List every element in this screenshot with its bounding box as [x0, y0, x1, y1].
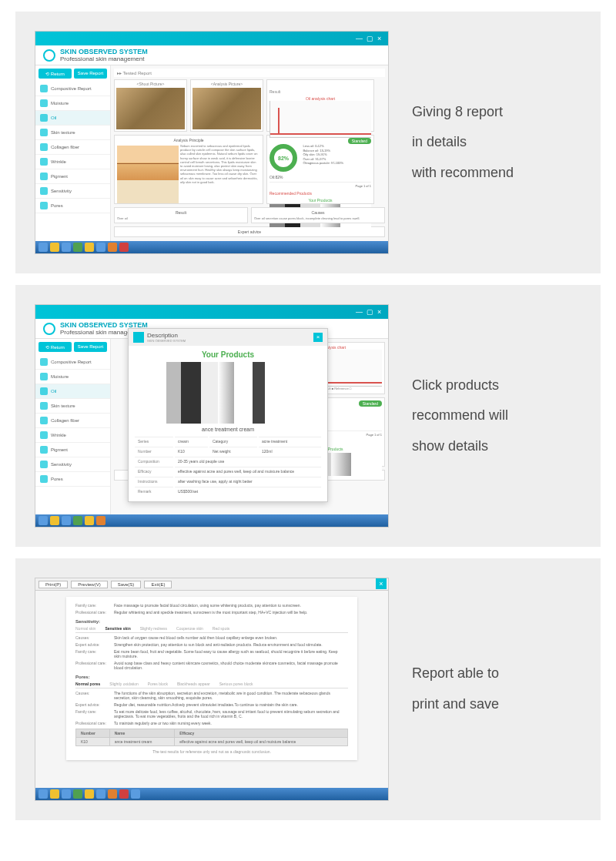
save-button[interactable]: Save(S)	[111, 581, 142, 588]
save-report-button[interactable]: Save Report	[74, 342, 107, 352]
task-icon[interactable]	[50, 516, 59, 525]
task-icon[interactable]	[85, 243, 94, 252]
analysis-picture-box: <Analysis Picture>	[190, 79, 263, 132]
start-icon[interactable]	[38, 243, 48, 252]
task-icon[interactable]	[119, 243, 129, 252]
cube-icon	[133, 332, 144, 343]
product-details-table: SeriescreamCategoryacne treatment Number…	[133, 435, 323, 497]
save-report-button[interactable]: Save Report	[74, 69, 107, 79]
main-content: ▸▸ Tested Report <Shoot Picture> <Analys…	[111, 65, 388, 243]
sidebar-item-wrinkle[interactable]: Wrinkle	[35, 428, 110, 443]
caption-3: Report able to print and save	[412, 658, 581, 719]
product-name: ance treatment cream	[133, 427, 323, 432]
pores-heading: Pores:	[75, 675, 348, 679]
sidebar-item-texture[interactable]: Skin texture	[35, 399, 110, 414]
taskbar[interactable]	[35, 241, 388, 253]
sidebar-item-compositive[interactable]: Compositive Report	[35, 355, 110, 370]
sidebar-item-sensitivity[interactable]: Sensitivity	[35, 184, 110, 199]
sidebar-item-compositive[interactable]: Compositive Report	[35, 82, 110, 96]
sidebar-item-moisture[interactable]: Moisture	[35, 96, 110, 111]
task-icon[interactable]	[96, 243, 105, 252]
taskbar[interactable]	[35, 788, 388, 800]
sidebar-item-texture[interactable]: Skin texture	[35, 126, 110, 140]
return-button[interactable]: ⟲ Return	[38, 69, 72, 79]
start-icon[interactable]	[38, 516, 48, 525]
sidebar-item-oil[interactable]: Oil	[35, 111, 110, 126]
sidebar: ⟲ Return Save Report Compositive Report …	[35, 65, 111, 243]
task-icon[interactable]	[108, 789, 117, 799]
panel-2: — ▢ × SKIN OBSERVED SYSTEM Professional …	[15, 285, 601, 547]
standard-badge: Standard	[348, 138, 371, 144]
start-icon[interactable]	[38, 789, 48, 799]
wave-icon	[40, 431, 48, 439]
print-document-area[interactable]: Family care:Face massage to promote faci…	[35, 591, 388, 789]
task-icon[interactable]	[131, 789, 140, 799]
maximize-icon[interactable]: ▢	[367, 308, 374, 316]
maximize-icon[interactable]: ▢	[367, 35, 374, 42]
dots-icon	[40, 446, 48, 454]
causes-cell: Causes Over oil secretion cause pores bl…	[251, 207, 385, 223]
close-icon[interactable]: ×	[377, 35, 385, 42]
fiber-icon	[40, 143, 48, 151]
sidebar-item-sensitivity[interactable]: Sensitivity	[35, 457, 110, 472]
grid-icon	[40, 402, 48, 410]
print-toolbar: Print(P) Preview(V) Save(S) Exit(E) ×	[35, 578, 388, 591]
print-button[interactable]: Print(P)	[38, 581, 68, 588]
close-icon[interactable]: ×	[376, 578, 387, 589]
screenshot-report: — ▢ × SKIN OBSERVED SYSTEM Professional …	[35, 31, 389, 254]
brand-text: SKIN OBSERVED SYSTEM Professional skin m…	[60, 48, 148, 62]
shoot-picture-box: <Shoot Picture>	[114, 79, 187, 132]
sensitivity-heading: Sensitivity:	[75, 619, 348, 624]
grid-icon	[40, 129, 48, 136]
oil-icon	[40, 114, 48, 122]
task-icon[interactable]	[85, 789, 94, 799]
sidebar-item-pores[interactable]: Pores	[35, 472, 110, 487]
sidebar-item-oil[interactable]: Oil	[35, 384, 110, 399]
sidebar-item-collagen[interactable]: Collagen fiber	[35, 414, 110, 428]
task-icon[interactable]	[85, 516, 94, 525]
sidebar-item-pores[interactable]: Pores	[35, 199, 110, 213]
modal-title: Description	[147, 332, 186, 339]
shoot-picture-image	[116, 88, 185, 129]
sidebar-item-wrinkle[interactable]: Wrinkle	[35, 155, 110, 169]
task-icon[interactable]	[50, 243, 59, 252]
analysis-principle-box: Analysis Principle Sebum excreted to seb…	[114, 135, 263, 204]
result-cell: Result Over oil	[114, 207, 248, 223]
task-icon[interactable]	[96, 789, 105, 799]
task-icon[interactable]	[62, 516, 71, 525]
task-icon[interactable]	[62, 789, 71, 799]
minimize-icon[interactable]: —	[356, 308, 363, 316]
wave-icon	[40, 158, 48, 166]
close-icon[interactable]: ×	[377, 308, 385, 316]
exit-button[interactable]: Exit(E)	[144, 581, 172, 588]
taskbar[interactable]	[35, 514, 388, 527]
sidebar-item-moisture[interactable]: Moisture	[35, 370, 110, 384]
sensitivity-tabs: Normal skin Sensitive skin Slightly redn…	[75, 626, 348, 633]
return-button[interactable]: ⟲ Return	[38, 342, 72, 352]
modal-close-button[interactable]: ×	[313, 333, 323, 342]
chart-result-bar	[278, 108, 280, 135]
sidebar: ⟲ Return Save Report Compositive Report …	[35, 339, 111, 516]
task-icon[interactable]	[96, 516, 105, 525]
minimize-icon[interactable]: —	[356, 35, 363, 42]
preview-button[interactable]: Preview(V)	[71, 581, 107, 588]
app-body: ⟲ Return Save Report Compositive Report …	[35, 65, 388, 243]
task-icon[interactable]	[50, 789, 59, 799]
task-icon[interactable]	[62, 243, 71, 252]
oil-icon	[40, 387, 48, 395]
task-icon[interactable]	[73, 243, 82, 252]
fiber-icon	[40, 417, 48, 424]
window-titlebar: — ▢ ×	[35, 305, 388, 319]
modal-body: Your Products ance treatment cream Serie…	[129, 346, 327, 501]
modal-header: Description SKIN OBSERVED SYSTEM ×	[129, 329, 327, 346]
sidebar-item-pigment[interactable]: Pigment	[35, 443, 110, 457]
droplet-icon	[40, 99, 48, 107]
task-icon[interactable]	[73, 789, 82, 799]
task-icon[interactable]	[108, 243, 117, 252]
sidebar-item-collagen[interactable]: Collagen fiber	[35, 140, 110, 155]
screenshot-print: Print(P) Preview(V) Save(S) Exit(E) × Fa…	[35, 578, 389, 801]
task-icon[interactable]	[119, 789, 129, 799]
pores-icon	[40, 475, 48, 483]
sidebar-item-pigment[interactable]: Pigment	[35, 169, 110, 184]
task-icon[interactable]	[73, 516, 82, 525]
